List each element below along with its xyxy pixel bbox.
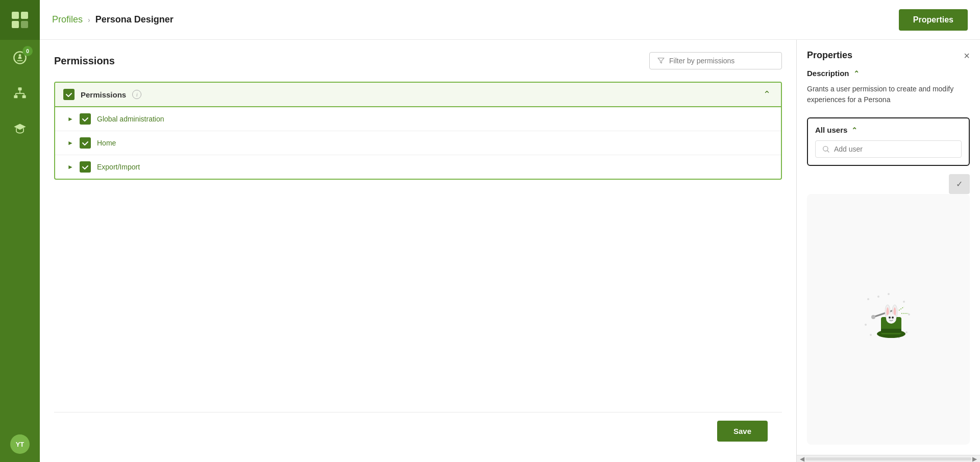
svg-point-34 — [889, 317, 891, 319]
sidebar-logo[interactable] — [0, 0, 40, 40]
all-users-title: All users ⌃ — [815, 126, 962, 134]
filter-input[interactable] — [669, 57, 774, 65]
row-checkbox-global-admin[interactable] — [80, 113, 91, 125]
svg-point-33 — [886, 313, 896, 324]
properties-button[interactable]: Properties — [899, 9, 968, 31]
add-user-wrap[interactable] — [815, 140, 962, 158]
scrollbar-track — [805, 457, 971, 460]
svg-point-17 — [903, 301, 905, 303]
magic-hat-svg — [858, 289, 919, 350]
sidebar-avatar[interactable]: YT — [10, 434, 30, 454]
description-section: Description ⌃ Grants a user permission t… — [797, 61, 980, 113]
svg-rect-7 — [14, 95, 17, 99]
svg-point-35 — [892, 317, 894, 319]
description-label: Description — [807, 69, 849, 78]
group-collapse-button[interactable]: ⌃ — [761, 89, 773, 100]
magic-illustration — [807, 194, 970, 445]
svg-point-20 — [870, 334, 872, 336]
permission-row-export-import: ► Export/Import — [55, 155, 781, 179]
permission-group-header-left: Permissions i — [63, 89, 141, 100]
description-chevron-icon: ⌃ — [853, 69, 860, 78]
group-label: Permissions — [81, 90, 126, 99]
sidebar-item-organization[interactable] — [0, 76, 40, 111]
breadcrumb: Profiles › Persona Designer — [52, 14, 174, 25]
properties-scrollbar: ◀ ▶ — [797, 455, 980, 462]
footer: Save — [54, 412, 782, 450]
svg-rect-3 — [21, 21, 28, 28]
search-icon — [822, 145, 830, 153]
main-area: Profiles › Persona Designer Properties P… — [40, 0, 980, 462]
main-content: Permissions Permissions i — [40, 40, 796, 462]
sidebar-item-notifications[interactable]: 0 — [0, 40, 40, 76]
permissions-title: Permissions — [54, 55, 115, 67]
add-user-input[interactable] — [834, 145, 955, 153]
svg-rect-8 — [22, 95, 26, 99]
svg-point-22 — [888, 293, 890, 295]
permissions-header: Permissions — [54, 52, 782, 69]
filter-input-wrap[interactable] — [649, 52, 782, 69]
svg-point-21 — [905, 331, 908, 333]
permission-row-home: ► Home — [55, 131, 781, 155]
close-properties-button[interactable]: × — [964, 51, 970, 61]
all-users-chevron-icon: ⌃ — [851, 126, 857, 134]
permission-group-header: Permissions i ⌃ — [55, 83, 781, 107]
notifications-badge: 0 — [22, 46, 33, 56]
content-area: Permissions Permissions i — [40, 40, 980, 462]
svg-rect-1 — [21, 12, 28, 19]
svg-point-5 — [19, 54, 21, 57]
row-expand-global-admin[interactable]: ► — [67, 115, 74, 123]
breadcrumb-current: Persona Designer — [95, 14, 174, 25]
permission-group: Permissions i ⌃ ► Global administration … — [54, 82, 782, 180]
scrollbar-left-button[interactable]: ◀ — [799, 455, 805, 463]
sidebar-item-learning[interactable] — [0, 111, 40, 147]
svg-line-14 — [827, 151, 829, 152]
breadcrumb-separator: › — [88, 16, 90, 24]
svg-point-15 — [867, 298, 869, 300]
svg-point-25 — [871, 315, 875, 319]
save-button[interactable]: Save — [717, 421, 768, 442]
svg-rect-6 — [18, 87, 22, 90]
row-checkbox-export-import[interactable] — [80, 161, 91, 173]
all-users-label: All users — [815, 126, 847, 134]
row-label-export-import: Export/Import — [97, 163, 140, 171]
confirm-area: ✓ — [797, 170, 980, 194]
svg-point-19 — [865, 324, 867, 326]
header: Profiles › Persona Designer Properties — [40, 0, 980, 40]
properties-panel-title: Properties — [807, 50, 852, 61]
info-icon[interactable]: i — [132, 90, 141, 99]
group-checkbox[interactable] — [63, 89, 75, 100]
svg-rect-0 — [12, 12, 19, 19]
svg-point-16 — [877, 296, 879, 298]
filter-icon — [657, 57, 665, 65]
row-label-global-admin: Global administration — [97, 115, 164, 123]
breadcrumb-profiles-link[interactable]: Profiles — [52, 14, 83, 25]
all-users-section: All users ⌃ — [807, 117, 970, 166]
description-section-title: Description ⌃ — [807, 69, 970, 78]
svg-rect-28 — [881, 329, 901, 333]
row-checkbox-home[interactable] — [80, 137, 91, 149]
svg-line-36 — [899, 307, 904, 310]
row-expand-export-import[interactable]: ► — [67, 163, 74, 171]
properties-panel: Properties × Description ⌃ Grants a user… — [796, 40, 980, 462]
permission-row-global-admin: ► Global administration — [55, 107, 781, 131]
sidebar: 0 YT — [0, 0, 40, 462]
properties-panel-header: Properties × — [797, 40, 980, 61]
row-label-home: Home — [97, 139, 116, 147]
svg-rect-2 — [12, 21, 19, 28]
confirm-button[interactable]: ✓ — [949, 174, 970, 194]
svg-point-18 — [908, 313, 910, 315]
row-expand-home[interactable]: ► — [67, 139, 74, 147]
scrollbar-right-button[interactable]: ▶ — [971, 455, 978, 463]
description-text: Grants a user permission to create and m… — [807, 84, 970, 105]
